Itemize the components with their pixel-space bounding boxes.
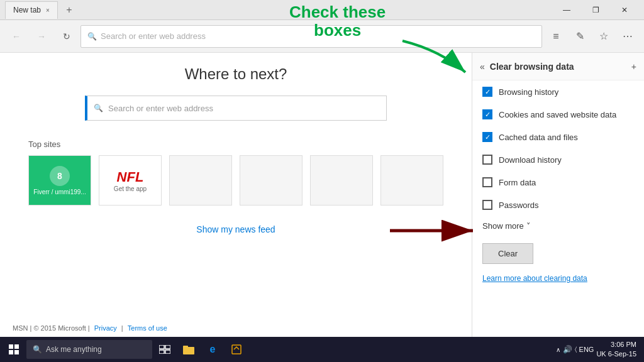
taskbar-search[interactable]: 🔍 Ask me anything [26, 340, 152, 359]
nfl-logo: NFL [117, 169, 144, 185]
taskbar-search-placeholder: Ask me anything [46, 345, 102, 354]
footer-copyright: © 2015 Microsoft [33, 324, 86, 332]
navigation-bar: ← → ↻ 🔍 Search or enter web address ≡ ✎ … [0, 20, 644, 53]
svg-rect-9 [159, 350, 164, 354]
panel-back-button[interactable]: « [480, 62, 485, 72]
news-feed-link[interactable]: Show my news feed [196, 224, 275, 234]
fiverr-label: Fiverr / ummi199... [33, 189, 86, 195]
checkbox-form-label: Form data [499, 178, 536, 187]
windows-button[interactable] [3, 338, 25, 361]
checkbox-cookies-label: Cookies and saved website data [499, 110, 616, 119]
checkbox-browsing-history-box[interactable] [482, 87, 492, 97]
show-more-button[interactable]: Show more ˅ [472, 216, 644, 236]
note-button[interactable]: ✎ [569, 25, 591, 48]
windows-icon [9, 344, 19, 354]
file-explorer-icon [183, 344, 194, 354]
site-tile-nfl[interactable]: NFL Get the app [99, 155, 162, 206]
volume-icon[interactable]: 🔊 [563, 345, 572, 354]
taskbar-clock[interactable]: 3:06 PM UK 6-Sep-15 [596, 340, 636, 359]
checkbox-cached-box[interactable] [482, 132, 492, 142]
panel-pin-button[interactable]: + [631, 62, 636, 72]
svg-rect-3 [9, 344, 13, 349]
checkbox-cached-label: Cached data and files [499, 133, 578, 142]
chevron-down-icon: ˅ [526, 221, 531, 231]
show-more-label: Show more [482, 221, 524, 231]
taskbar-search-icon: 🔍 [33, 345, 42, 354]
tab-close-button[interactable]: × [46, 7, 50, 14]
top-sites-grid: 8 Fiverr / ummi199... NFL Get the app [28, 155, 443, 206]
hub-button[interactable]: ≡ [545, 25, 567, 48]
checkbox-cached[interactable]: Cached data and files [472, 126, 644, 148]
checkbox-download-label: Download history [499, 155, 562, 165]
search-icon: 🔍 [94, 104, 103, 112]
checkbox-cookies[interactable]: Cookies and saved website data [472, 103, 644, 126]
site-tile-empty-1[interactable] [169, 155, 232, 206]
edge-button[interactable]: e [201, 338, 224, 361]
site-tile-empty-3[interactable] [310, 155, 373, 206]
checkbox-download-box[interactable] [482, 155, 492, 165]
side-panel: « Clear browsing data + Browsing history… [472, 53, 644, 337]
checkbox-passwords-box[interactable] [482, 200, 492, 210]
svg-rect-12 [183, 346, 188, 348]
new-tab-button[interactable]: + [60, 1, 78, 19]
footer-terms[interactable]: Terms of use [128, 324, 167, 332]
address-bar[interactable]: 🔍 Search or enter web address [80, 25, 542, 48]
checkbox-passwords[interactable]: Passwords [472, 194, 644, 216]
file-explorer-button[interactable] [177, 338, 200, 361]
checkbox-browsing-history[interactable]: Browsing history [472, 80, 644, 103]
main-content: Where to next? 🔍 Search or enter web add… [0, 53, 472, 337]
checkbox-form-box[interactable] [482, 177, 492, 187]
store-icon [231, 344, 242, 354]
task-view-button[interactable] [153, 338, 176, 361]
svg-rect-10 [165, 350, 170, 354]
close-button[interactable]: ✕ [610, 0, 639, 20]
footer: MSN | © 2015 Microsoft | Privacy | Terms… [13, 324, 170, 332]
search-bar[interactable]: 🔍 Search or enter web address [85, 96, 387, 121]
more-button[interactable]: ⋯ [616, 25, 639, 48]
window-controls: — ❐ ✕ [552, 0, 639, 20]
fiverr-icon: 8 [50, 166, 70, 186]
learn-more-link[interactable]: Learn more about clearing data [472, 272, 644, 285]
taskbar-up-icon[interactable]: ∧ [556, 346, 560, 353]
top-sites-label: Top sites [28, 140, 443, 149]
footer-msn: MSN [13, 324, 28, 332]
tab-title: New tab [13, 6, 41, 14]
page-title: Where to next? [185, 65, 287, 83]
site-tile-empty-2[interactable] [240, 155, 303, 206]
search-placeholder: Search or enter web address [108, 104, 213, 113]
checkbox-browsing-history-label: Browsing history [499, 87, 558, 97]
favorites-button[interactable]: ☆ [592, 25, 615, 48]
top-sites-section: Top sites 8 Fiverr / ummi199... NFL Get … [28, 140, 443, 206]
svg-rect-7 [159, 345, 164, 349]
checkbox-passwords-label: Passwords [499, 200, 539, 210]
panel-header: « Clear browsing data + [472, 53, 644, 80]
checkbox-download[interactable]: Download history [472, 148, 644, 171]
nfl-sub: Get the app [114, 185, 147, 192]
svg-rect-8 [165, 345, 170, 349]
checkbox-cookies-box[interactable] [482, 109, 492, 119]
browser-tab[interactable]: New tab × [5, 1, 58, 19]
taskbar-time-value: 3:06 PM [596, 340, 636, 349]
task-view-icon [159, 345, 170, 354]
footer-privacy[interactable]: Privacy [94, 324, 117, 332]
restore-button[interactable]: ❐ [581, 0, 610, 20]
checkbox-form[interactable]: Form data [472, 171, 644, 194]
taskbar: 🔍 Ask me anything e ∧ 🔊 〈 ENG 3:06 PM UK… [0, 337, 644, 362]
address-placeholder: Search or enter web address [101, 31, 206, 41]
taskbar-language: ENG [579, 346, 594, 353]
svg-rect-4 [14, 344, 19, 349]
back-button[interactable]: ← [5, 25, 28, 48]
search-icon: 🔍 [87, 32, 97, 41]
site-tile-fiverr[interactable]: 8 Fiverr / ummi199... [28, 155, 91, 206]
store-button[interactable] [225, 338, 248, 361]
svg-rect-5 [9, 350, 13, 354]
site-tile-empty-4[interactable] [380, 155, 443, 206]
network-icon[interactable]: 〈 [575, 346, 577, 353]
nav-icons-right: ≡ ✎ ☆ ⋯ [545, 25, 639, 48]
clear-button[interactable]: Clear [482, 243, 533, 264]
minimize-button[interactable]: — [552, 0, 581, 20]
refresh-button[interactable]: ↻ [55, 25, 78, 48]
svg-rect-6 [14, 350, 19, 354]
title-bar: New tab × + — ❐ ✕ [0, 0, 644, 20]
forward-button[interactable]: → [30, 25, 53, 48]
